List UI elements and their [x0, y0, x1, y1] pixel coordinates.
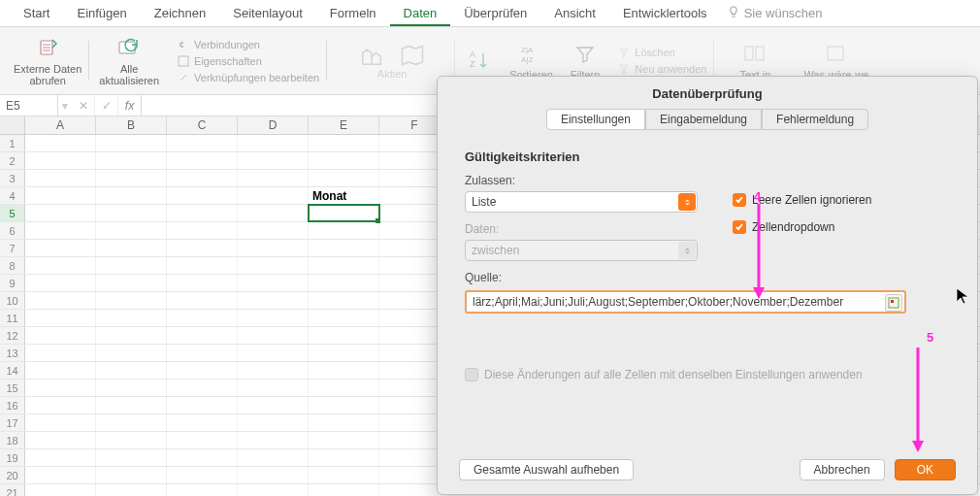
cell[interactable] — [238, 380, 309, 396]
cell[interactable] — [309, 380, 379, 396]
cell[interactable] — [96, 327, 167, 344]
cell[interactable]: Monat — [309, 187, 379, 204]
cell[interactable] — [238, 397, 309, 413]
row-header[interactable]: 7 — [0, 240, 25, 256]
tab-view[interactable]: Ansicht — [540, 0, 609, 26]
sort-button[interactable]: Z|AA|Z Sortieren — [509, 42, 553, 81]
range-picker-button[interactable] — [885, 294, 902, 312]
cell[interactable] — [96, 292, 167, 309]
ignore-blank-checkbox[interactable]: Leere Zellen ignorieren — [733, 193, 871, 207]
cell[interactable] — [238, 432, 309, 448]
cell[interactable] — [167, 170, 238, 186]
cell[interactable] — [238, 135, 309, 151]
cell[interactable] — [167, 187, 238, 204]
cell[interactable] — [96, 187, 167, 204]
edit-links-button[interactable]: Verknüpfungen bearbeiten — [177, 71, 319, 84]
tab-start[interactable]: Start — [10, 0, 63, 26]
cell[interactable] — [167, 275, 238, 291]
cell[interactable] — [25, 222, 96, 239]
row-header[interactable]: 17 — [0, 414, 25, 431]
cell[interactable] — [309, 222, 379, 239]
cancel-button[interactable]: Abbrechen — [800, 459, 885, 480]
tab-formulas[interactable]: Formeln — [316, 0, 390, 26]
tab-data[interactable]: Daten — [390, 0, 451, 26]
row-header[interactable]: 8 — [0, 257, 25, 274]
tab-developer[interactable]: Entwicklertools — [609, 0, 721, 26]
cell[interactable] — [238, 170, 309, 186]
tab-review[interactable]: Überprüfen — [450, 0, 540, 26]
cell[interactable] — [96, 240, 167, 256]
cell[interactable] — [25, 380, 96, 396]
confirm-formula-button[interactable]: ✓ — [95, 95, 118, 116]
cell[interactable] — [238, 152, 309, 169]
cell[interactable] — [238, 257, 309, 274]
cell[interactable] — [96, 414, 167, 431]
cell[interactable] — [96, 222, 167, 239]
col-header-d[interactable]: D — [238, 116, 309, 134]
cell[interactable] — [309, 467, 379, 483]
cell[interactable] — [25, 449, 96, 466]
cell[interactable] — [167, 152, 238, 169]
cell[interactable] — [25, 135, 96, 151]
cell[interactable] — [167, 222, 238, 239]
cell[interactable] — [238, 205, 309, 221]
cell[interactable] — [309, 292, 379, 309]
cell[interactable] — [96, 345, 167, 361]
cell[interactable] — [25, 327, 96, 344]
cell[interactable] — [238, 275, 309, 291]
col-header-e[interactable]: E — [309, 116, 379, 134]
cell[interactable] — [167, 449, 238, 466]
cell[interactable] — [25, 170, 96, 186]
cell[interactable] — [25, 152, 96, 169]
connections-button[interactable]: Verbindungen — [177, 38, 319, 51]
dialog-tab-input-message[interactable]: Eingabemeldung — [645, 109, 762, 130]
cell[interactable] — [167, 310, 238, 326]
cell[interactable] — [96, 432, 167, 448]
cell[interactable] — [167, 327, 238, 344]
cell[interactable] — [167, 135, 238, 151]
properties-button[interactable]: Eigenschaften — [177, 54, 319, 68]
cell[interactable] — [96, 275, 167, 291]
cell[interactable] — [96, 135, 167, 151]
clear-filter-button[interactable]: Löschen — [617, 46, 706, 59]
row-header[interactable]: 20 — [0, 467, 25, 483]
row-header[interactable]: 9 — [0, 275, 25, 291]
stocks-button[interactable] — [358, 43, 426, 68]
cell[interactable] — [309, 327, 379, 344]
cell[interactable] — [25, 292, 96, 309]
cell[interactable] — [96, 362, 167, 379]
dialog-tab-error-alert[interactable]: Fehlermeldung — [762, 109, 868, 130]
cell[interactable] — [96, 152, 167, 169]
row-header[interactable]: 19 — [0, 449, 25, 466]
cell[interactable] — [238, 362, 309, 379]
sort-asc-button[interactable]: AZ — [465, 49, 492, 74]
cell[interactable] — [309, 170, 379, 186]
cell[interactable] — [309, 484, 379, 496]
cell[interactable] — [238, 449, 309, 466]
cell[interactable] — [238, 327, 309, 344]
filter-button[interactable]: Filtern — [571, 42, 601, 81]
col-header-b[interactable]: B — [96, 116, 167, 134]
whatif-button[interactable]: Was-wäre-we — [803, 42, 868, 81]
row-header[interactable]: 13 — [0, 345, 25, 361]
tab-draw[interactable]: Zeichnen — [141, 0, 219, 26]
cell[interactable] — [238, 187, 309, 204]
cell[interactable] — [309, 449, 379, 466]
row-header[interactable]: 6 — [0, 222, 25, 239]
row-header[interactable]: 14 — [0, 362, 25, 379]
cancel-formula-button[interactable]: ✕ — [72, 95, 95, 116]
cell[interactable] — [238, 310, 309, 326]
text-to-columns-button[interactable]: Text in — [739, 42, 770, 81]
cell[interactable] — [167, 345, 238, 361]
cell[interactable] — [96, 449, 167, 466]
external-data-button[interactable]: Externe Daten abrufen — [14, 36, 82, 86]
in-cell-dropdown-checkbox[interactable]: Zellendropdown — [733, 220, 871, 234]
cell[interactable] — [25, 257, 96, 274]
allow-select[interactable]: Liste — [465, 191, 698, 213]
ok-button[interactable]: OK — [895, 459, 956, 480]
cell[interactable] — [25, 310, 96, 326]
cell[interactable] — [167, 467, 238, 483]
cell[interactable] — [96, 467, 167, 483]
cell[interactable] — [167, 484, 238, 496]
cell[interactable] — [25, 362, 96, 379]
